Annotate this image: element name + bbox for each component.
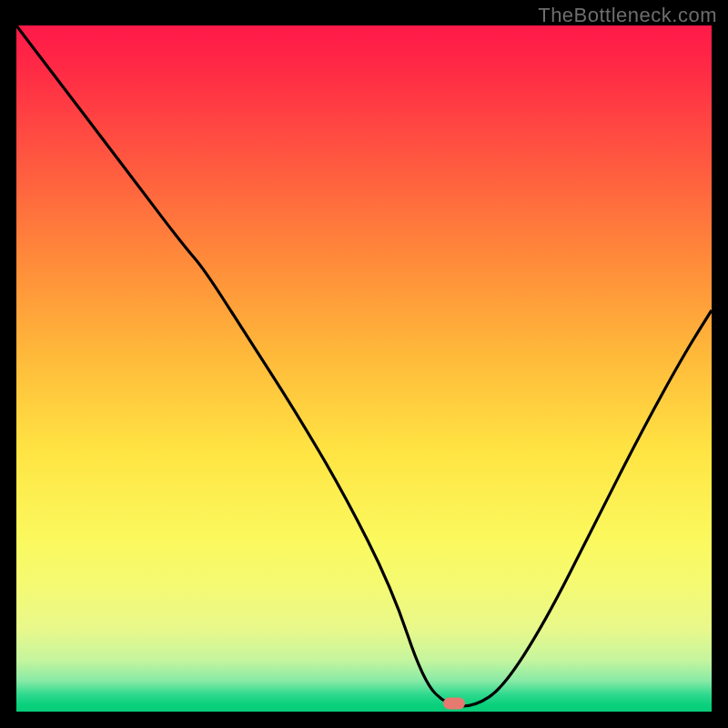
- chart-container: TheBottleneck.com: [0, 0, 728, 728]
- bottleneck-curve: [16, 25, 712, 706]
- plot-area: [16, 25, 712, 712]
- optimal-point-marker: [443, 697, 465, 709]
- watermark-text: TheBottleneck.com: [538, 4, 717, 27]
- curve-layer: [16, 25, 712, 712]
